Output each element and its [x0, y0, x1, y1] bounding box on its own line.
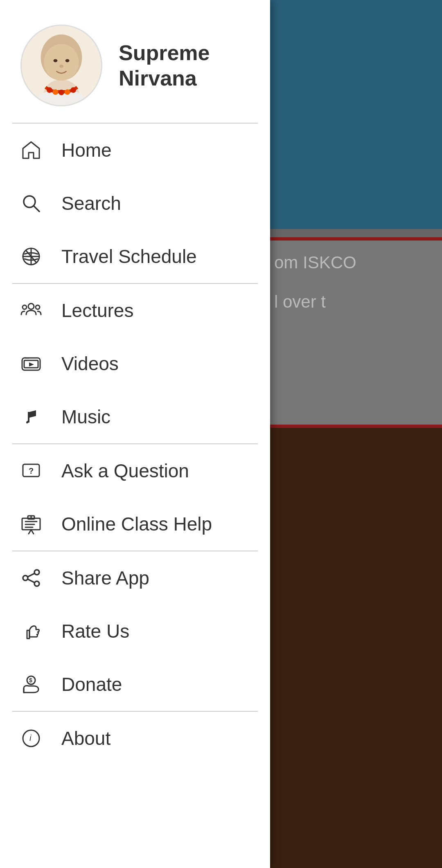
svg-text:$: $ [29, 677, 32, 684]
svg-point-10 [59, 90, 64, 95]
svg-line-14 [34, 206, 39, 211]
avatar [20, 25, 102, 106]
rate-label: Rate Us [61, 620, 129, 642]
svg-text:?: ? [29, 466, 34, 475]
svg-point-19 [23, 305, 27, 309]
about-icon: i [20, 728, 49, 749]
donate-label: Donate [61, 673, 122, 695]
sidebar-item-music[interactable]: Music [0, 390, 270, 443]
search-label: Search [61, 192, 121, 214]
svg-point-9 [53, 89, 59, 95]
svg-point-7 [59, 65, 63, 68]
svg-point-11 [65, 89, 70, 95]
svg-point-37 [34, 581, 39, 586]
avatar-image [22, 25, 101, 106]
online-class-label: Online Class Help [61, 513, 212, 535]
sidebar-item-ask[interactable]: ? Ask a Question [0, 444, 270, 497]
videos-label: Videos [61, 353, 119, 375]
svg-marker-23 [29, 362, 34, 367]
svg-point-6 [65, 59, 70, 62]
svg-point-20 [36, 305, 40, 309]
svg-text:You: You [25, 357, 29, 359]
lectures-label: Lectures [61, 299, 133, 322]
music-label: Music [61, 406, 110, 428]
bg-red-bar-2 [262, 425, 442, 428]
question-icon: ? [20, 460, 49, 481]
sidebar-item-about[interactable]: i About [0, 712, 270, 765]
about-label: About [61, 727, 110, 749]
svg-line-39 [28, 573, 34, 577]
search-icon [20, 193, 49, 214]
youtube-icon: You [20, 353, 49, 374]
profile-name: Supreme Nirvana [119, 40, 250, 91]
share-icon [20, 567, 49, 589]
music-icon [20, 406, 49, 427]
sidebar-item-search[interactable]: Search [0, 177, 270, 230]
sidebar-item-share[interactable]: Share App [0, 551, 270, 605]
svg-point-5 [54, 59, 58, 62]
svg-point-12 [70, 87, 76, 93]
sidebar-item-lectures[interactable]: Lectures [0, 284, 270, 337]
lectures-icon [20, 300, 49, 321]
profile-section: Supreme Nirvana [0, 0, 270, 123]
sidebar-item-videos[interactable]: You Videos [0, 337, 270, 390]
svg-point-36 [34, 570, 39, 575]
svg-line-40 [28, 579, 34, 582]
travel-label: Travel Schedule [61, 245, 197, 268]
home-icon [20, 139, 49, 161]
svg-point-38 [23, 576, 28, 580]
sidebar-item-rate[interactable]: Rate Us [0, 605, 270, 658]
home-label: Home [61, 139, 112, 161]
svg-point-4 [44, 44, 79, 81]
travel-icon [20, 246, 49, 267]
svg-text:i: i [29, 733, 32, 742]
bg-red-bar-1 [262, 237, 442, 241]
sidebar-item-travel[interactable]: Travel Schedule [0, 230, 270, 283]
rate-icon [20, 621, 49, 642]
bg-bottom [262, 428, 442, 868]
online-class-icon [20, 513, 49, 535]
svg-point-18 [28, 304, 34, 309]
sidebar-item-online-class[interactable]: Online Class Help [0, 497, 270, 551]
donate-icon: $ [20, 674, 49, 695]
svg-point-8 [47, 87, 52, 93]
bg-mid: om ISKCO l over t [262, 241, 442, 425]
ask-label: Ask a Question [61, 460, 189, 482]
sidebar-item-home[interactable]: Home [0, 124, 270, 177]
bg-top: your ss, which owledge he e. [262, 0, 442, 229]
share-label: Share App [61, 567, 149, 589]
svg-rect-25 [28, 412, 29, 423]
sidebar-drawer: Supreme Nirvana Home Search [0, 0, 270, 868]
sidebar-item-donate[interactable]: $ Donate [0, 658, 270, 711]
